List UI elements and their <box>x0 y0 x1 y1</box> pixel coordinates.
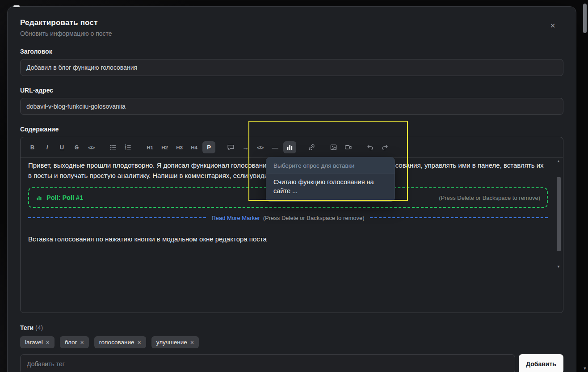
undo-button[interactable] <box>364 141 377 153</box>
video-camera-icon <box>344 144 352 151</box>
poll-chart-icon <box>286 144 294 151</box>
heading4-button[interactable]: H4 <box>188 141 201 153</box>
scroll-indicator <box>13 5 20 7</box>
page-background: × Редактировать пост Обновить информацию… <box>0 0 588 372</box>
blockquote-button[interactable] <box>224 141 237 153</box>
close-icon[interactable]: × <box>547 21 558 30</box>
tag-chip: блог × <box>60 336 89 348</box>
editor-scrollbar-thumb[interactable] <box>557 177 561 251</box>
poll-select-dropdown: Выберите опрос для вставки Считаю функци… <box>266 157 395 202</box>
read-more-marker[interactable]: Read More Marker (Press Delete or Backsp… <box>28 214 548 222</box>
scroll-down-icon[interactable]: ▼ <box>582 366 588 371</box>
tags-label-text: Теги <box>20 324 34 331</box>
heading1-button[interactable]: H1 <box>143 141 156 153</box>
tag-chip: голосование × <box>94 336 146 348</box>
page-scrollbar-thumb[interactable] <box>583 4 587 33</box>
editor-scrollbar[interactable]: ▲ ▼ <box>556 159 561 269</box>
tag-chip-label: улучшение <box>156 339 187 346</box>
poll-dropdown-item[interactable]: Считаю функцию голосования на сайте ... <box>266 173 395 201</box>
read-more-label: Read More Marker <box>211 213 260 223</box>
inline-code-button[interactable]: </> <box>85 141 98 153</box>
url-field-label: URL-адрес <box>20 87 563 94</box>
undo-icon <box>366 144 374 151</box>
underline-button[interactable]: U <box>55 141 68 153</box>
bold-button[interactable]: B <box>26 141 39 153</box>
tags-count: (4) <box>35 324 43 331</box>
horizontal-rule-button[interactable]: — <box>269 141 281 153</box>
tag-chip-list: laravel × блог × голосование × улучшение… <box>20 336 563 348</box>
tags-label: Теги (4) <box>20 324 563 331</box>
link-icon <box>308 144 315 151</box>
quote-bubble-icon <box>227 144 235 151</box>
scroll-down-icon[interactable]: ▼ <box>556 265 561 269</box>
page-scrollbar[interactable]: ▼ <box>582 0 588 372</box>
poll-embed-label: Poll: Poll #1 <box>46 193 83 203</box>
editor-paragraph: Вставка голосования по нажатию кнопки в … <box>28 234 548 244</box>
insert-poll-button[interactable] <box>283 141 296 153</box>
italic-button[interactable]: I <box>41 141 54 153</box>
ordered-list-icon: 123 <box>124 144 132 151</box>
bullet-list-icon <box>109 144 117 151</box>
read-more-dash-right <box>370 217 548 218</box>
read-more-dash-left <box>28 217 206 218</box>
svg-text:3: 3 <box>125 148 126 151</box>
strikethrough-button[interactable]: S <box>70 141 83 153</box>
insert-link-button[interactable] <box>305 141 318 153</box>
tag-chip: улучшение × <box>151 336 199 348</box>
modal-subtitle: Обновить информацию о посте <box>20 30 563 37</box>
title-input[interactable] <box>20 59 563 76</box>
redo-icon <box>381 144 389 151</box>
tag-chip-label: голосование <box>99 339 134 346</box>
url-input[interactable] <box>20 98 563 115</box>
image-icon <box>330 144 337 151</box>
heading2-button[interactable]: H2 <box>158 141 171 153</box>
add-tag-row: Добавить <box>20 354 563 372</box>
tag-chip-label: блог <box>65 339 77 346</box>
heading3-button[interactable]: H3 <box>173 141 186 153</box>
hard-break-button[interactable]: → <box>239 141 252 153</box>
code-block-button[interactable]: </> <box>254 141 267 153</box>
editor-toolbar: B I U S </> 123 H1 H2 H3 H4 P <box>21 137 563 158</box>
add-tag-button[interactable]: Добавить <box>519 354 563 372</box>
remove-tag-icon[interactable]: × <box>138 339 141 346</box>
paragraph-button[interactable]: P <box>202 141 215 153</box>
bullet-list-button[interactable] <box>107 141 120 153</box>
content-field-label: Содержание <box>20 126 563 133</box>
tag-chip: laravel × <box>20 336 55 348</box>
redo-button[interactable] <box>378 141 391 153</box>
add-tag-input[interactable] <box>20 354 515 372</box>
modal-title: Редактировать пост <box>20 18 563 27</box>
ordered-list-button[interactable]: 123 <box>122 141 134 153</box>
scroll-up-icon[interactable]: ▲ <box>556 159 561 164</box>
title-field-label: Заголовок <box>20 48 563 55</box>
tag-chip-label: laravel <box>25 339 43 346</box>
poll-embed-hint: (Press Delete or Backspace to remove) <box>439 193 540 203</box>
insert-image-button[interactable] <box>327 141 340 153</box>
remove-tag-icon[interactable]: × <box>46 339 50 346</box>
poll-dropdown-header: Выберите опрос для вставки <box>266 157 395 173</box>
read-more-hint: (Press Delete or Backspace to remove) <box>263 213 365 223</box>
poll-chart-icon <box>36 194 42 201</box>
remove-tag-icon[interactable]: × <box>80 339 84 346</box>
remove-tag-icon[interactable]: × <box>190 339 194 346</box>
insert-video-button[interactable] <box>342 141 355 153</box>
